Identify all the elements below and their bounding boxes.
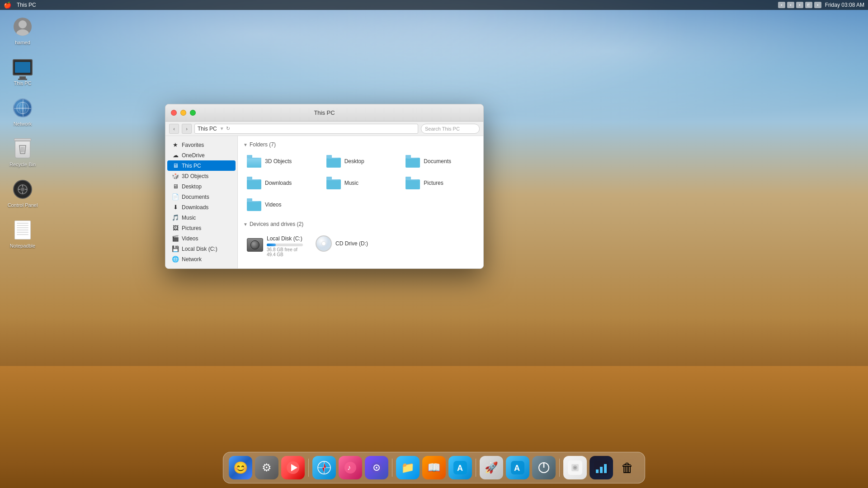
menubar-clock: Friday 03:08 AM: [825, 2, 864, 8]
address-text: This PC: [198, 126, 217, 132]
dock-launchpad[interactable]: [281, 456, 305, 479]
tray-icon-3[interactable]: ▪: [796, 2, 803, 8]
network-sidebar-icon: 🌐: [172, 256, 179, 263]
drive-c-space: 36.8 GB free of 49.4 GB: [267, 247, 303, 257]
documents-sidebar-label: Documents: [182, 194, 209, 200]
thispc-sidebar-label: This PC: [182, 163, 201, 169]
folder-item-downloads[interactable]: Downloads: [243, 174, 319, 192]
sidebar-item-3dobjects[interactable]: 🎲 3D Objects: [167, 171, 236, 181]
desktop-icon-controlpanel[interactable]: Control Panel: [5, 178, 41, 208]
dock-photos[interactable]: [563, 456, 587, 479]
dock-settings[interactable]: ⚙: [255, 456, 278, 479]
desktop-sidebar-label: Desktop: [182, 183, 202, 190]
sidebar-item-thispc[interactable]: 🖥 This PC: [167, 160, 236, 171]
window-minimize-button[interactable]: [180, 110, 186, 116]
dock-safari[interactable]: [312, 456, 336, 479]
sidebar-item-videos[interactable]: 🎬 Videos: [167, 233, 236, 244]
control-panel-icon: [12, 178, 33, 200]
search-box[interactable]: Search This PC: [421, 124, 480, 134]
menubar-right: ▪ ▪ ▪ E ▪ Friday 03:08 AM: [778, 2, 864, 8]
desktop-icon-notepad[interactable]: Notepadble: [5, 219, 41, 249]
favorites-label: Favorites: [182, 142, 204, 148]
dock-appstore[interactable]: A: [506, 456, 529, 479]
folder-item-desktop[interactable]: Desktop: [323, 152, 399, 170]
tray-icon-5[interactable]: ▪: [814, 2, 821, 8]
menubar-app-title[interactable]: This PC: [17, 2, 36, 8]
nav-back-button[interactable]: ‹: [169, 124, 179, 134]
thispc-sidebar-icon: 🖥: [172, 162, 179, 169]
dock: 😊 ⚙ ♪: [223, 452, 645, 483]
dock-power[interactable]: [532, 456, 556, 479]
svg-rect-53: [596, 469, 599, 473]
folder-item-3dobjects[interactable]: 3D Objects: [243, 152, 319, 170]
monitor-icon: [12, 56, 33, 78]
svg-point-5: [19, 102, 26, 114]
address-refresh-icon[interactable]: ↻: [226, 126, 230, 131]
desktop-icon-network[interactable]: Network: [5, 97, 41, 127]
folder-label-pictures: Pictures: [424, 180, 443, 186]
main-content: ▼ Folders (7): [238, 136, 483, 268]
dock-itunes[interactable]: ♪: [339, 456, 362, 479]
sidebar-item-onedrive[interactable]: ☁ OneDrive: [167, 150, 236, 160]
sidebar-item-desktop[interactable]: 🖥 Desktop: [167, 181, 236, 192]
tray-icon-4[interactable]: E: [805, 2, 812, 8]
sidebar-item-favorites[interactable]: ★ Favorites: [167, 140, 236, 150]
nav-forward-button[interactable]: ›: [182, 124, 192, 134]
address-dropdown-icon[interactable]: ▼: [220, 126, 224, 131]
drive-c-info: Local Disk (C:) 36.8 GB free of 49.4 GB: [267, 235, 303, 257]
tray-icon-2[interactable]: ▪: [787, 2, 794, 8]
folder-label-downloads: Downloads: [265, 180, 292, 186]
dock-appstore2[interactable]: A: [448, 456, 472, 479]
svg-rect-23: [247, 177, 252, 180]
user-icon-label: hamed: [13, 39, 32, 46]
dock-files[interactable]: 📁: [396, 456, 420, 479]
drive-c-name: Local Disk (C:): [267, 235, 303, 242]
menubar-left: 🍎 This PC: [4, 1, 36, 9]
cd-icon-d: [316, 235, 332, 252]
search-placeholder: Search This PC: [425, 126, 460, 131]
folders-section-header[interactable]: ▼ Folders (7): [243, 141, 478, 148]
desktop-sidebar-icon: 🖥: [172, 183, 179, 190]
svg-rect-20: [406, 158, 420, 168]
folder-item-music[interactable]: Music: [323, 174, 399, 192]
explorer-titlebar: This PC: [165, 104, 483, 122]
dock-books[interactable]: 📖: [422, 456, 446, 479]
dock-finder[interactable]: 😊: [229, 456, 252, 479]
localdisk-sidebar-icon: 💾: [172, 245, 179, 252]
address-path[interactable]: This PC ▼ ↻: [194, 124, 418, 134]
folders-section-label: Folders (7): [250, 141, 276, 148]
notepad-icon: [12, 219, 33, 241]
dock-rocket[interactable]: 🚀: [480, 456, 503, 479]
svg-rect-26: [406, 179, 420, 189]
svg-rect-17: [247, 155, 252, 158]
window-close-button[interactable]: [171, 110, 177, 116]
svg-rect-24: [326, 179, 341, 189]
sidebar-item-downloads[interactable]: ⬇ Downloads: [167, 202, 236, 212]
sidebar-item-network[interactable]: 🌐 Network: [167, 254, 236, 264]
tray-icon-1[interactable]: ▪: [778, 2, 785, 8]
network-icon-label: Network: [12, 121, 33, 127]
drive-c-header: Local Disk (C:) 36.8 GB free of 49.4 GB: [247, 235, 303, 257]
desktop-icon-user[interactable]: hamed: [5, 16, 41, 46]
desktop-icon-thispc[interactable]: This PC: [5, 56, 41, 86]
drive-item-d[interactable]: CD Drive (D:): [312, 232, 375, 261]
folder-item-videos[interactable]: Videos: [243, 196, 319, 214]
sidebar-item-pictures[interactable]: 🖼 Pictures: [167, 223, 236, 233]
folder-item-pictures[interactable]: Pictures: [402, 174, 478, 192]
documents-sidebar-icon: 📄: [172, 193, 179, 200]
svg-text:A: A: [457, 464, 463, 473]
apple-menu[interactable]: 🍎: [4, 1, 11, 9]
folder-item-documents[interactable]: Documents: [402, 152, 478, 170]
drive-item-c[interactable]: Local Disk (C:) 36.8 GB free of 49.4 GB: [243, 232, 307, 261]
dock-siri[interactable]: [365, 456, 388, 479]
desktop: 🍎 This PC ▪ ▪ ▪ E ▪ Friday 03:08 AM h: [0, 0, 868, 488]
drives-section-header[interactable]: ▼ Devices and drives (2): [243, 221, 478, 227]
window-maximize-button[interactable]: [190, 110, 196, 116]
dock-stats[interactable]: [590, 456, 613, 479]
sidebar-item-music[interactable]: 🎵 Music: [167, 212, 236, 223]
dock-trash[interactable]: 🗑: [616, 456, 639, 479]
sidebar-item-documents[interactable]: 📄 Documents: [167, 192, 236, 202]
desktop-icon-recycle[interactable]: Recycle Bin: [5, 138, 41, 168]
svg-rect-25: [326, 177, 332, 180]
sidebar-item-localdisk[interactable]: 💾 Local Disk (C:): [167, 244, 236, 254]
